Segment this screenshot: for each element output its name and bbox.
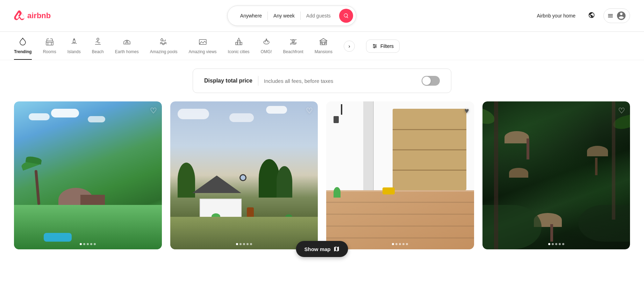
category-omg-label: OMG! — [261, 49, 272, 54]
dot-2-3 — [243, 243, 245, 245]
dot-4-5 — [562, 243, 564, 245]
svg-point-27 — [373, 44, 374, 45]
search-any-week[interactable]: Any week — [268, 13, 300, 19]
search-button[interactable] — [339, 9, 353, 23]
dot-2-2 — [239, 243, 242, 245]
category-mansions-label: Mansions — [315, 49, 332, 54]
dot-1-3 — [87, 243, 89, 245]
header: airbnb Anywhere Any week Add guests Airb… — [0, 0, 644, 32]
dot-3-2 — [395, 243, 398, 245]
category-trending[interactable]: Trending — [14, 37, 32, 60]
listing-image-2 — [170, 101, 318, 249]
dot-4-4 — [559, 243, 561, 245]
category-amazing-views-label: Amazing views — [189, 49, 217, 54]
beach-icon — [94, 37, 102, 47]
logo[interactable]: airbnb — [14, 9, 51, 23]
search-add-guests[interactable]: Add guests — [301, 13, 336, 19]
mansions-icon — [319, 37, 328, 47]
search-bar[interactable]: Anywhere Any week Add guests — [227, 6, 356, 26]
svg-rect-13 — [240, 42, 242, 45]
category-beachfront[interactable]: Beachfront — [283, 37, 303, 60]
wishlist-button-1[interactable]: ♡ — [150, 106, 157, 115]
category-earth-homes[interactable]: Earth homes — [115, 37, 139, 60]
category-amazing-pools[interactable]: Amazing pools — [150, 37, 178, 60]
dots-indicator-3 — [392, 243, 408, 245]
category-beach[interactable]: Beach — [92, 37, 104, 60]
categories-nav: Trending Rooms Islands — [0, 32, 644, 60]
category-rooms-label: Rooms — [43, 49, 56, 54]
dot-1-1 — [80, 243, 82, 245]
dot-4-3 — [555, 243, 557, 245]
svg-rect-21 — [322, 43, 324, 45]
svg-point-2 — [97, 38, 99, 40]
price-banner-label: Display total price — [204, 78, 252, 84]
wishlist-button-2[interactable]: ♡ — [306, 106, 313, 115]
price-banner-divider — [258, 76, 258, 86]
wishlist-button-4[interactable]: ♡ — [618, 106, 625, 115]
wishlist-button-3[interactable]: ♥ — [464, 106, 469, 115]
svg-point-6 — [161, 39, 163, 41]
svg-point-29 — [374, 47, 375, 48]
header-right: Airbnb your home — [532, 8, 630, 23]
category-rooms[interactable]: Rooms — [43, 37, 56, 60]
dot-4-1 — [548, 243, 550, 245]
dot-3-3 — [399, 243, 401, 245]
category-amazing-views[interactable]: Amazing views — [189, 37, 217, 60]
category-iconic-cities[interactable]: Iconic cities — [228, 37, 250, 60]
dots-indicator-1 — [80, 243, 96, 245]
price-banner-description: Includes all fees, before taxes — [264, 78, 333, 84]
filters-button[interactable]: Filters — [366, 40, 400, 53]
amazing-views-icon — [199, 37, 207, 47]
category-beachfront-label: Beachfront — [283, 49, 303, 54]
svg-point-28 — [375, 46, 376, 47]
beachfront-icon — [289, 37, 298, 47]
category-islands[interactable]: Islands — [67, 37, 81, 60]
filters-label: Filters — [380, 43, 394, 49]
listing-card-4[interactable]: ♡ — [482, 101, 630, 249]
price-banner: Display total price Includes all fees, b… — [193, 69, 451, 93]
svg-rect-23 — [325, 42, 326, 43]
host-link[interactable]: Airbnb your home — [532, 10, 580, 21]
dot-3-4 — [402, 243, 405, 245]
svg-rect-11 — [237, 41, 240, 45]
dots-indicator-4 — [548, 243, 564, 245]
svg-rect-22 — [321, 42, 322, 43]
dot-2-4 — [246, 243, 249, 245]
dot-2-1 — [236, 243, 238, 245]
search-anywhere[interactable]: Anywhere — [235, 13, 267, 19]
category-earth-homes-label: Earth homes — [115, 49, 139, 54]
globe-button[interactable] — [585, 9, 598, 23]
listing-card-2[interactable]: ♡ — [170, 101, 318, 249]
category-amazing-pools-label: Amazing pools — [150, 49, 178, 54]
category-iconic-cities-label: Iconic cities — [228, 49, 250, 54]
svg-point-17 — [266, 39, 267, 40]
menu-user-button[interactable] — [603, 8, 630, 23]
category-beach-label: Beach — [92, 49, 104, 54]
dot-4-2 — [552, 243, 554, 245]
show-map-button[interactable]: Show map — [296, 241, 348, 257]
svg-rect-12 — [236, 42, 237, 45]
amazing-pools-icon — [159, 37, 168, 47]
categories-next-button[interactable]: › — [344, 41, 355, 52]
dot-3-1 — [392, 243, 394, 245]
category-trending-label: Trending — [14, 49, 32, 54]
price-toggle[interactable] — [422, 76, 440, 86]
listing-card-1[interactable]: ♡ — [14, 101, 162, 249]
toggle-knob — [422, 77, 431, 85]
islands-icon — [70, 37, 78, 47]
listing-card-3[interactable]: ♥ — [326, 101, 474, 249]
svg-rect-0 — [46, 41, 53, 45]
category-mansions[interactable]: Mansions — [315, 37, 332, 60]
omg-icon — [262, 37, 271, 47]
listing-image-4 — [482, 101, 630, 249]
earth-homes-icon — [123, 37, 131, 47]
listing-image-3 — [326, 101, 474, 249]
rooms-icon — [45, 37, 54, 47]
dots-indicator-2 — [236, 243, 252, 245]
iconic-cities-icon — [235, 37, 243, 47]
airbnb-logo-icon — [14, 9, 24, 23]
price-banner-left: Display total price Includes all fees, b… — [204, 76, 333, 86]
trending-icon — [19, 37, 27, 47]
category-omg[interactable]: OMG! — [261, 37, 272, 60]
dot-1-5 — [94, 243, 96, 245]
